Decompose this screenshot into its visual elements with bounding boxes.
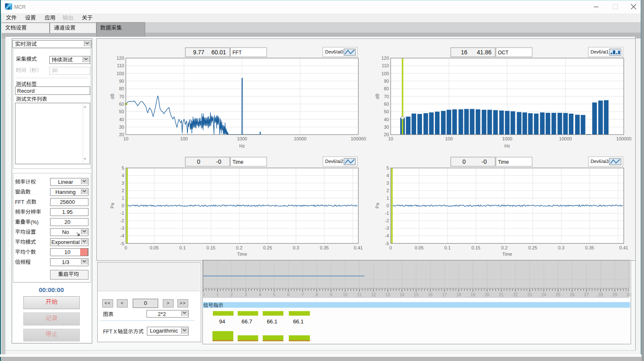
svg-text:12: 12 [371,292,376,297]
svg-text:Time: Time [502,252,512,257]
svg-text:1: 1 [121,196,124,201]
svg-text:0.05: 0.05 [414,245,423,250]
svg-text:3: 3 [245,292,247,297]
svg-text:60: 60 [119,102,124,107]
svg-text:FFT: FFT [15,199,25,205]
svg-text:94: 94 [219,318,225,325]
svg-text:0.25: 0.25 [263,245,272,250]
svg-text:120: 120 [116,56,124,61]
svg-text:30: 30 [119,125,124,130]
svg-text:90: 90 [119,79,124,84]
svg-text:100000: 100000 [616,136,631,141]
svg-text:100: 100 [381,71,389,76]
svg-text:1000: 1000 [237,136,247,141]
svg-text:66.1: 66.1 [267,318,277,325]
svg-text:80: 80 [119,86,124,91]
svg-text:100000: 100000 [351,136,366,141]
svg-text:0.1: 0.1 [444,245,451,250]
svg-text:100: 100 [116,71,124,76]
svg-text:28: 28 [598,292,603,297]
svg-text:23: 23 [527,292,532,297]
svg-text:OCT: OCT [498,50,509,56]
svg-text:26: 26 [570,292,575,297]
svg-text:50: 50 [119,109,124,114]
svg-text:120: 120 [381,56,389,61]
svg-text:9.77: 9.77 [193,49,204,56]
svg-text:Hz: Hz [504,143,510,148]
svg-text:10: 10 [123,136,128,141]
svg-text:110: 110 [117,63,124,68]
svg-text:11: 11 [357,292,362,297]
svg-text:0.15: 0.15 [472,245,480,250]
svg-text:2: 2 [386,188,389,193]
svg-text:Time: Time [498,159,509,165]
svg-text:dB: dB [375,94,380,99]
svg-text:-5: -5 [385,241,389,246]
svg-text:(%): (%) [31,219,39,225]
svg-text:0.3: 0.3 [558,245,564,250]
svg-text:-5: -5 [120,241,124,246]
svg-text:4: 4 [259,292,261,297]
svg-text:4: 4 [121,173,124,178]
svg-text:Dev6/ai3: Dev6/ai3 [591,159,609,164]
svg-text:40: 40 [119,117,124,122]
svg-text:0: 0 [121,203,124,208]
svg-text:-4: -4 [120,233,124,238]
svg-text:20: 20 [485,292,490,297]
svg-text:1: 1 [386,196,389,201]
svg-text:Dev6/ai1: Dev6/ai1 [591,49,609,54]
svg-text:15: 15 [414,292,419,297]
svg-text:8: 8 [316,292,318,297]
svg-text:Dev6/ai2: Dev6/ai2 [325,159,343,164]
svg-text:30: 30 [626,292,631,297]
svg-text:27: 27 [584,292,589,297]
svg-text:Dev6/ai0: Dev6/ai0 [325,49,343,54]
svg-text:13: 13 [385,292,390,297]
svg-text:0: 0 [389,245,392,250]
svg-text:22: 22 [513,292,518,297]
svg-text:10000: 10000 [294,136,307,141]
svg-text:66.7: 66.7 [242,318,252,325]
svg-text:3: 3 [121,180,124,186]
svg-text:100: 100 [180,136,188,141]
svg-text:24: 24 [541,292,546,297]
svg-text:0.05: 0.05 [150,245,159,250]
svg-text:Pa: Pa [375,203,380,208]
svg-text:-3: -3 [385,226,389,231]
svg-text:30: 30 [384,125,389,130]
svg-text:7: 7 [301,292,304,297]
svg-text:60: 60 [384,102,389,107]
svg-text:16: 16 [428,292,433,297]
svg-text:-4: -4 [385,233,389,238]
svg-text:0.35: 0.35 [320,245,328,250]
svg-text:1: 1 [216,292,219,297]
svg-text:0.25: 0.25 [528,245,537,250]
svg-text:2: 2 [230,292,233,297]
svg-text:0.3: 0.3 [293,245,299,250]
svg-text:-0: -0 [482,158,487,165]
svg-text:16: 16 [461,49,467,56]
svg-text:2: 2 [121,188,124,193]
svg-text:0.41: 0.41 [619,245,628,250]
svg-text:0: 0 [462,158,466,165]
svg-text:0.15: 0.15 [207,245,215,250]
svg-text:FFT X: FFT X [103,329,117,335]
svg-text:29: 29 [612,292,617,297]
svg-text:-0: -0 [216,158,222,165]
svg-text:21: 21 [499,292,504,297]
svg-text:-1: -1 [120,211,124,216]
svg-text:70: 70 [384,94,389,99]
svg-text:25: 25 [556,292,561,297]
svg-text:14: 14 [399,292,404,297]
svg-text:0: 0 [124,245,127,250]
svg-text:4: 4 [386,173,389,178]
svg-text:dB: dB [110,94,115,99]
svg-text:10000: 10000 [559,136,572,141]
svg-text:60.01: 60.01 [211,49,226,56]
svg-text:18: 18 [456,292,461,297]
svg-text:3: 3 [386,180,389,186]
svg-text:0: 0 [202,292,205,297]
svg-text:Hz: Hz [239,143,245,148]
svg-text:Time: Time [232,159,244,165]
svg-text:0.2: 0.2 [236,245,242,250]
